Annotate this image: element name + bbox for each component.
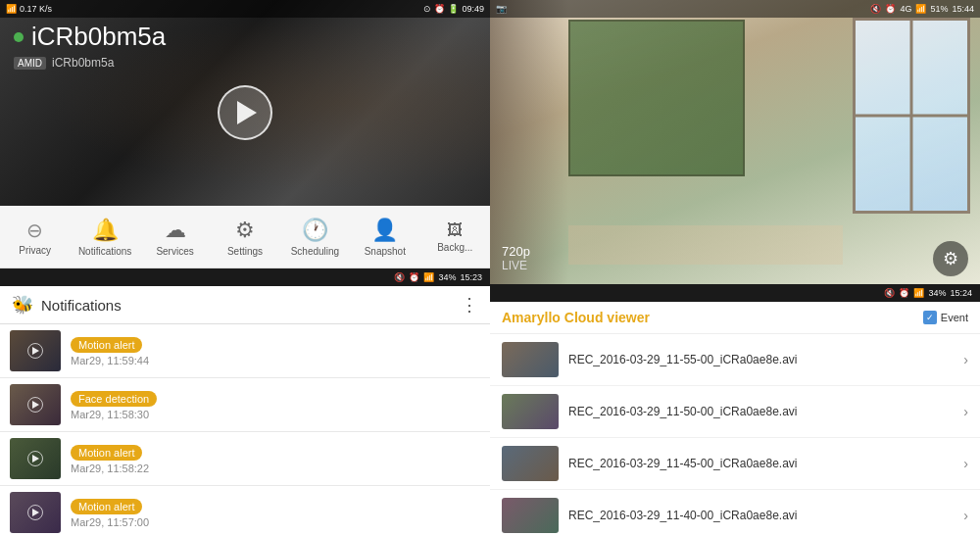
privacy-icon: ⊖ <box>26 219 43 242</box>
notif-item[interactable]: Motion alert Mar29, 11:57:00 <box>0 486 490 536</box>
notif-header-icon: 🐝 <box>12 294 33 316</box>
online-indicator <box>14 32 24 42</box>
notif-thumbnail <box>10 492 61 533</box>
time-text: 09:49 <box>462 4 484 14</box>
room-window <box>853 18 970 214</box>
live-status: LIVE <box>502 259 530 272</box>
mute-icon-right: 🔇 <box>870 4 881 14</box>
nav-snapshot-label: Snapshot <box>365 246 406 257</box>
live-view: 📷 🔇 ⏰ 4G 📶 51% 15:44 720p LIVE ⚙ <box>490 0 980 284</box>
status-bar-mid: 🔇 ⏰ 📶 34% 15:23 <box>0 268 490 286</box>
play-button[interactable] <box>218 85 272 140</box>
battery-right: 51% <box>930 4 948 14</box>
nav-background-label: Backg... <box>437 242 472 253</box>
notif-time: Mar29, 11:58:30 <box>71 409 480 420</box>
event-checkbox[interactable]: ✓ <box>923 311 937 324</box>
cloud-arrow-icon: › <box>963 456 968 471</box>
status-bar-right2: 🔇 ⏰ 📶 34% 15:24 <box>490 284 980 302</box>
time-right: 15:44 <box>952 4 974 14</box>
nav-settings-label: Settings <box>227 246 263 257</box>
cloud-thumbnail <box>502 446 559 481</box>
cloud-file-item[interactable]: REC_2016-03-29_11-45-00_iCRa0ae8e.avi › <box>490 438 980 490</box>
motion-alert-badge-2: Motion alert <box>71 445 142 461</box>
thumb-play-icon <box>27 343 43 359</box>
status-bar-right: 📷 🔇 ⏰ 4G 📶 51% 15:44 <box>490 0 980 18</box>
nav-services-label: Services <box>156 246 193 257</box>
network-icon-right: 4G <box>900 4 911 14</box>
face-detection-badge: Face detection <box>71 391 157 407</box>
cloud-file-list: REC_2016-03-29_11-55-00_iCRa0ae8e.avi › … <box>490 334 980 536</box>
cloud-filename: REC_2016-03-29_11-50-00_iCRa0ae8e.avi <box>568 405 954 418</box>
left-panel: 📶 0.17 K/s ⊙ ⏰ 🔋 09:49 iCRb0bm5a AMID iC… <box>0 0 490 536</box>
nav-privacy[interactable]: ⊖ Privacy <box>0 206 70 268</box>
notif-item[interactable]: Face detection Mar29, 11:58:30 <box>0 378 490 432</box>
thumb-play-icon <box>27 451 43 466</box>
battery-mid: 34% <box>438 272 456 282</box>
thumb-play-icon <box>27 505 43 520</box>
notifications-title-row: 🐝 Notifications <box>12 294 122 316</box>
nav-scheduling[interactable]: 🕐 Scheduling <box>280 206 350 268</box>
nav-services[interactable]: ☁ Services <box>140 206 210 268</box>
cloud-header: Amaryllo Cloud viewer ✓ Event <box>490 302 980 334</box>
cloud-file-item[interactable]: REC_2016-03-29_11-50-00_iCRa0ae8e.avi › <box>490 386 980 438</box>
live-background <box>490 0 980 284</box>
battery-icon: 🔋 <box>448 4 459 14</box>
motion-alert-badge: Motion alert <box>71 337 142 353</box>
notifications-title-text: Notifications <box>41 297 122 314</box>
speed-text: 0.17 K/s <box>20 4 52 14</box>
camera-name-row: iCRb0bm5a <box>14 22 166 52</box>
notif-content: Motion alert Mar29, 11:57:00 <box>71 497 480 528</box>
live-resolution: 720p <box>502 244 530 259</box>
nav-background[interactable]: 🖼 Backg... <box>420 206 490 268</box>
settings-icon: ⚙ <box>235 218 255 243</box>
live-badge: 720p LIVE <box>502 244 530 272</box>
amid-badge: AMID <box>14 57 46 70</box>
cloud-filename: REC_2016-03-29_11-40-00_iCRa0ae8e.avi <box>568 509 954 522</box>
cloud-file-item[interactable]: REC_2016-03-29_11-55-00_iCRa0ae8e.avi › <box>490 334 980 386</box>
notif-time: Mar29, 11:57:00 <box>71 516 480 528</box>
cloud-filename: REC_2016-03-29_11-45-00_iCRa0ae8e.avi <box>568 457 954 470</box>
nav-notifications[interactable]: 🔔 Notifications <box>70 206 139 268</box>
nav-snapshot[interactable]: 👤 Snapshot <box>350 206 419 268</box>
nav-scheduling-label: Scheduling <box>291 246 339 257</box>
status-bar-left: 📶 0.17 K/s ⊙ ⏰ 🔋 09:49 <box>0 0 490 18</box>
camera-name: iCRb0bm5a <box>31 22 166 52</box>
notif-thumbnail <box>10 330 61 371</box>
mute-icon-r2: 🔇 <box>884 288 895 298</box>
signal-icon-mid: 📶 <box>423 272 434 282</box>
alarm-icon-mid: ⏰ <box>409 272 419 282</box>
notif-content: Motion alert Mar29, 11:59:44 <box>71 335 480 366</box>
event-label: Event <box>941 312 968 323</box>
cloud-title: Amaryllo Cloud viewer <box>502 310 650 325</box>
nav-bar: ⊖ Privacy 🔔 Notifications ☁ Services ⚙ S… <box>0 206 490 268</box>
nav-settings[interactable]: ⚙ Settings <box>210 206 279 268</box>
cloud-arrow-icon: › <box>963 352 968 367</box>
alarm-icon-right: ⏰ <box>885 4 896 14</box>
mute-icon: 🔇 <box>394 272 405 282</box>
more-options-button[interactable]: ⋮ <box>461 294 478 316</box>
camera-view: 📶 0.17 K/s ⊙ ⏰ 🔋 09:49 iCRb0bm5a AMID iC… <box>0 0 490 206</box>
cloud-thumbnail <box>502 342 559 377</box>
notif-thumbnail <box>10 384 61 425</box>
snapshot-icon: 👤 <box>371 218 398 243</box>
alarm-icon: ⏰ <box>434 4 445 14</box>
camera-icon-right: 📷 <box>496 4 507 14</box>
live-settings-button[interactable]: ⚙ <box>933 241 968 276</box>
status-icons-left: 📶 0.17 K/s <box>6 4 52 14</box>
notif-item[interactable]: Motion alert Mar29, 11:58:22 <box>0 432 490 486</box>
time-mid: 15:23 <box>460 272 482 282</box>
camera-sub: iCRb0bm5a <box>52 56 114 70</box>
services-icon: ☁ <box>165 218 186 243</box>
cloud-arrow-icon: › <box>963 508 968 523</box>
wifi-icon: ⊙ <box>423 4 431 14</box>
play-icon <box>237 101 257 124</box>
motion-alert-badge-3: Motion alert <box>71 499 142 514</box>
right-panel: 📷 🔇 ⏰ 4G 📶 51% 15:44 720p LIVE ⚙ 🔇 ⏰ 📶 3… <box>490 0 980 536</box>
notif-time: Mar29, 11:59:44 <box>71 355 480 366</box>
nav-notifications-label: Notifications <box>78 246 131 257</box>
cloud-file-item[interactable]: REC_2016-03-29_11-40-00_iCRa0ae8e.avi › <box>490 490 980 536</box>
notif-item[interactable]: Motion alert Mar29, 11:59:44 <box>0 324 490 378</box>
signal-icon: 📶 <box>6 4 17 14</box>
cloud-thumbnail <box>502 394 559 429</box>
notif-content: Face detection Mar29, 11:58:30 <box>71 389 480 420</box>
